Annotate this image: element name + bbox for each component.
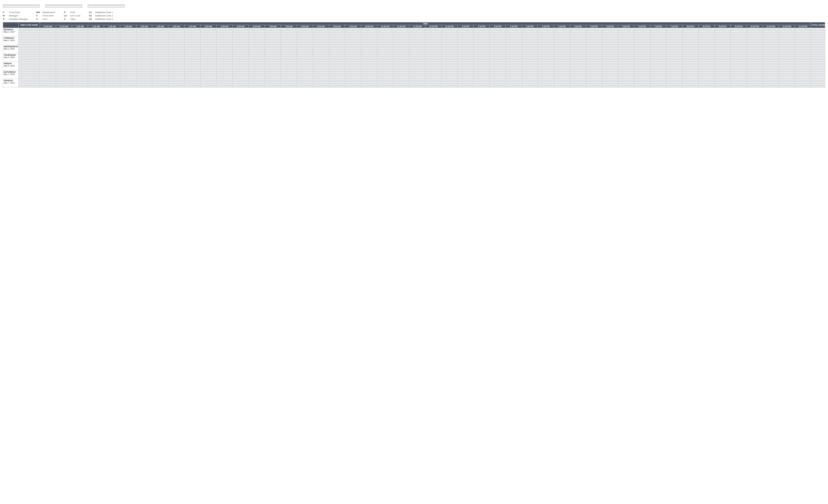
day-name: TUESDAY: [4, 37, 18, 39]
time-cell[interactable]: [313, 87, 329, 87]
time-cell[interactable]: [650, 87, 666, 87]
time-cell[interactable]: [200, 87, 216, 87]
schedule-table: EMPLOYEE NAMETIMETOTAL HOURS PER SHIFT12…: [3, 22, 825, 87]
time-slot-header: 8:30 AM: [313, 25, 329, 28]
time-cell[interactable]: [152, 87, 168, 87]
time-cell[interactable]: [506, 87, 522, 87]
time-cell[interactable]: [216, 87, 233, 87]
total-hours-cell: [811, 87, 825, 87]
time-cell[interactable]: [136, 87, 152, 87]
time-slot-header: 10:00 PM: [747, 25, 763, 28]
time-cell[interactable]: [666, 87, 682, 87]
time-cell[interactable]: [554, 87, 570, 87]
schedule-start-time-value[interactable]: [3, 6, 40, 8]
time-cell[interactable]: [425, 87, 442, 87]
day-date: May 7, 2020: [4, 73, 15, 75]
time-cell[interactable]: [618, 87, 634, 87]
day-label-cell: SATURDAYMay 7, 2020: [3, 71, 19, 79]
time-cell[interactable]: [249, 87, 265, 87]
time-cell[interactable]: [522, 87, 538, 87]
time-cell[interactable]: [345, 87, 361, 87]
day-label-cell: THURSDAYMay 4, 2020: [3, 53, 19, 62]
legend-col-4: X1 Additional Code 1 X2 Additional Code …: [89, 11, 113, 20]
time-cell[interactable]: [586, 87, 602, 87]
legend-item: V Valet: [64, 18, 80, 20]
day-header: [3, 23, 19, 28]
time-cell[interactable]: [698, 87, 714, 87]
time-cell[interactable]: [233, 87, 249, 87]
config-row: [3, 4, 825, 8]
legend-col-3: P Prep LC Line Cook V Valet: [64, 11, 80, 20]
time-cell[interactable]: [72, 87, 88, 87]
day-name: FRIDAY: [4, 62, 18, 65]
time-slot-header: 3:30 AM: [152, 25, 168, 28]
time-cell[interactable]: [120, 87, 136, 87]
day-date: May 4, 2020: [4, 56, 15, 58]
time-cell[interactable]: [441, 87, 457, 87]
time-cell[interactable]: [393, 87, 409, 87]
time-cell[interactable]: [490, 87, 506, 87]
time-slot-header: 2:00 AM: [104, 25, 120, 28]
time-cell[interactable]: [40, 87, 56, 87]
day-name: MONDAY: [4, 28, 18, 31]
time-cell[interactable]: [104, 87, 120, 87]
time-cell[interactable]: [473, 87, 490, 87]
time-cell[interactable]: [682, 87, 699, 87]
schedule-start-time-box: [3, 4, 40, 8]
time-cell[interactable]: [265, 87, 281, 87]
time-cell[interactable]: [634, 87, 650, 87]
time-cell[interactable]: [297, 87, 313, 87]
day-label-cell: SUNDAYMay 7, 2020: [3, 79, 19, 87]
day-label-cell: MONDAYMay 1, 2020: [3, 28, 19, 37]
table-row: [3, 87, 825, 87]
week-start-date-value[interactable]: [88, 6, 125, 8]
time-slot-header: 1:30 PM: [473, 25, 490, 28]
time-slot-header: 1:00 PM: [457, 25, 473, 28]
time-slot-header: 12:30 AM: [56, 25, 72, 28]
time-cell[interactable]: [457, 87, 473, 87]
legend-item: M Manager: [3, 14, 28, 17]
time-cell[interactable]: [377, 87, 393, 87]
time-slot-header: 11:00 AM: [393, 25, 409, 28]
time-cell[interactable]: [538, 87, 554, 87]
time-slot-header: 2:30 AM: [120, 25, 136, 28]
time-slot-header: 10:30 AM: [377, 25, 393, 28]
time-cell[interactable]: [168, 87, 184, 87]
legend-item: MN Maintenance: [36, 11, 55, 13]
legend-item: A Assistant Manager: [3, 18, 28, 20]
time-slot-header: 3:00 PM: [522, 25, 538, 28]
time-slot-header: 8:00 AM: [297, 25, 313, 28]
time-slot-header: 6:00 AM: [233, 25, 249, 28]
employee-name-cell[interactable]: [19, 87, 40, 87]
time-cell[interactable]: [714, 87, 731, 87]
time-slot-header: 7:00 PM: [650, 25, 666, 28]
time-cell[interactable]: [281, 87, 297, 87]
time-cell[interactable]: [731, 87, 747, 87]
time-cell[interactable]: [329, 87, 345, 87]
time-cell[interactable]: [184, 87, 200, 87]
time-interval-box: [45, 4, 82, 8]
time-slot-header: 7:30 AM: [281, 25, 297, 28]
legend-item: F Front Desk: [3, 11, 28, 13]
time-slot-header: 2:30 PM: [506, 25, 522, 28]
legend-item: C Chef: [36, 18, 55, 20]
time-slot-header: 4:00 AM: [168, 25, 184, 28]
time-cell[interactable]: [409, 87, 425, 87]
time-cell[interactable]: [602, 87, 618, 87]
time-cell[interactable]: [779, 87, 795, 87]
time-slot-header: 5:30 PM: [602, 25, 618, 28]
employee-name-header: EMPLOYEE NAME: [19, 23, 40, 28]
time-cell[interactable]: [570, 87, 586, 87]
time-interval-value[interactable]: [45, 6, 82, 8]
time-cell[interactable]: [88, 87, 104, 87]
time-cell[interactable]: [361, 87, 377, 87]
day-name: WEDNESDAY: [4, 45, 18, 48]
time-slot-header: 9:00 AM: [329, 25, 345, 28]
time-cell[interactable]: [56, 87, 72, 87]
legend-item: X1 Additional Code 1: [89, 11, 113, 13]
day-name: THURSDAY: [4, 54, 18, 56]
time-cell[interactable]: [747, 87, 763, 87]
time-slot-header: 4:00 PM: [554, 25, 570, 28]
time-cell[interactable]: [762, 87, 779, 87]
time-cell[interactable]: [795, 87, 811, 87]
